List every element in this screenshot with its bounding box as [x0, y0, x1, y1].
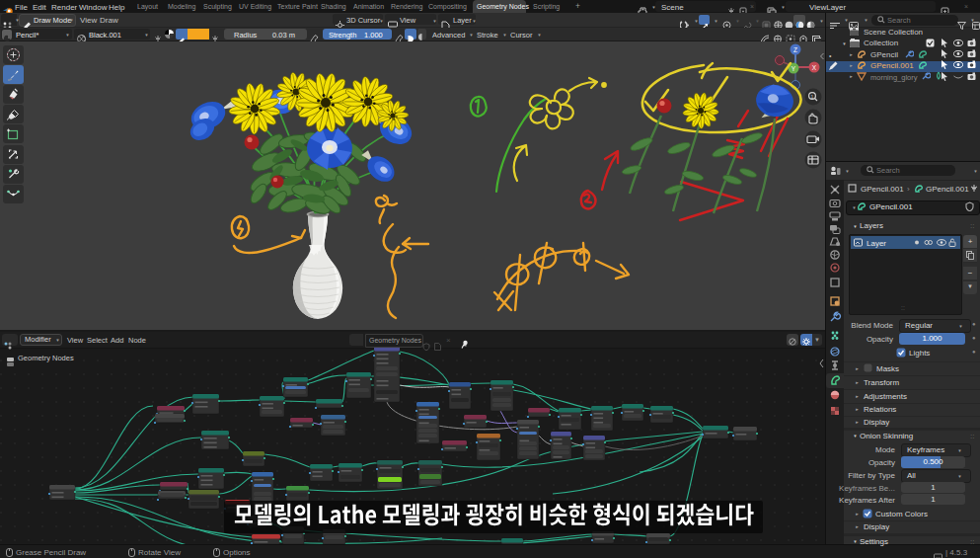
svg-text:1: 1 [811, 94, 814, 100]
svg-text:X: X [812, 64, 817, 71]
svg-text:Y: Y [792, 65, 796, 72]
svg-text:Z: Z [793, 46, 797, 53]
